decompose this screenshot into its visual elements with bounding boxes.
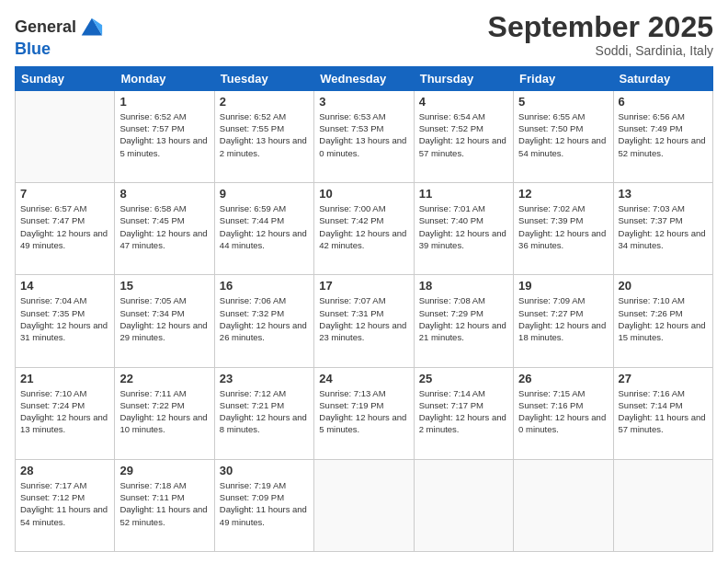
sunrise-text: Sunrise: 7:04 AM: [20, 294, 109, 306]
sunset-text: Sunset: 7:27 PM: [518, 307, 608, 319]
sunrise-text: Sunrise: 7:13 AM: [319, 387, 408, 399]
sunset-text: Sunset: 7:32 PM: [220, 307, 309, 319]
calendar-cell-2-0: 14Sunrise: 7:04 AMSunset: 7:35 PMDayligh…: [16, 275, 115, 367]
calendar-cell-2-1: 15Sunrise: 7:05 AMSunset: 7:34 PMDayligh…: [115, 275, 214, 367]
sunrise-text: Sunrise: 7:15 AM: [518, 387, 608, 399]
day-info: Sunrise: 7:02 AMSunset: 7:39 PMDaylight:…: [518, 202, 608, 251]
day-info: Sunrise: 7:09 AMSunset: 7:27 PMDaylight:…: [518, 294, 608, 343]
sunrise-text: Sunrise: 7:14 AM: [419, 387, 508, 399]
daylight-text: Daylight: 12 hours and 36 minutes.: [518, 227, 608, 252]
day-number: 15: [119, 279, 209, 293]
day-info: Sunrise: 6:52 AMSunset: 7:57 PMDaylight:…: [119, 110, 209, 159]
day-number: 30: [220, 464, 309, 477]
calendar-cell-4-0: 28Sunrise: 7:17 AMSunset: 7:12 PMDayligh…: [16, 459, 115, 551]
daylight-text: Daylight: 12 hours and 31 minutes.: [20, 319, 109, 344]
sunset-text: Sunset: 7:50 PM: [518, 122, 608, 134]
day-info: Sunrise: 7:04 AMSunset: 7:35 PMDaylight:…: [20, 294, 109, 343]
col-friday: Friday: [514, 66, 613, 90]
daylight-text: Daylight: 11 hours and 52 minutes.: [119, 503, 209, 528]
header: General Blue September 2025 Soddi, Sardi…: [15, 11, 713, 59]
sunset-text: Sunset: 7:09 PM: [220, 491, 309, 503]
sunrise-text: Sunrise: 7:11 AM: [119, 387, 209, 399]
month-title: September 2025: [488, 11, 713, 43]
sunrise-text: Sunrise: 6:52 AM: [220, 110, 309, 122]
day-number: 24: [319, 372, 408, 385]
calendar-cell-2-3: 17Sunrise: 7:07 AMSunset: 7:31 PMDayligh…: [314, 275, 414, 367]
sunrise-text: Sunrise: 6:52 AM: [119, 110, 209, 122]
daylight-text: Daylight: 12 hours and 18 minutes.: [518, 319, 608, 344]
day-number: 11: [419, 187, 508, 201]
sunrise-text: Sunrise: 6:56 AM: [619, 110, 708, 122]
daylight-text: Daylight: 12 hours and 39 minutes.: [419, 227, 508, 252]
sunrise-text: Sunrise: 7:12 AM: [220, 387, 309, 399]
daylight-text: Daylight: 12 hours and 57 minutes.: [419, 134, 508, 159]
day-info: Sunrise: 6:54 AMSunset: 7:52 PMDaylight:…: [419, 110, 508, 159]
sunset-text: Sunset: 7:24 PM: [20, 399, 109, 411]
calendar-cell-3-4: 25Sunrise: 7:14 AMSunset: 7:17 PMDayligh…: [414, 367, 513, 459]
day-info: Sunrise: 7:10 AMSunset: 7:24 PMDaylight:…: [20, 387, 109, 436]
daylight-text: Daylight: 13 hours and 5 minutes.: [119, 134, 209, 159]
sunset-text: Sunset: 7:12 PM: [20, 491, 109, 503]
sunrise-text: Sunrise: 6:53 AM: [319, 110, 408, 122]
calendar-cell-4-1: 29Sunrise: 7:18 AMSunset: 7:11 PMDayligh…: [115, 459, 214, 551]
day-info: Sunrise: 7:05 AMSunset: 7:34 PMDaylight:…: [119, 294, 209, 343]
day-info: Sunrise: 7:19 AMSunset: 7:09 PMDaylight:…: [220, 479, 309, 528]
day-number: 7: [20, 187, 109, 201]
sunrise-text: Sunrise: 7:19 AM: [220, 479, 309, 491]
calendar-cell-3-0: 21Sunrise: 7:10 AMSunset: 7:24 PMDayligh…: [16, 367, 115, 459]
sunset-text: Sunset: 7:45 PM: [119, 214, 209, 226]
day-number: 21: [20, 372, 109, 385]
sunset-text: Sunset: 7:11 PM: [119, 491, 209, 503]
daylight-text: Daylight: 12 hours and 8 minutes.: [220, 411, 309, 436]
day-info: Sunrise: 7:07 AMSunset: 7:31 PMDaylight:…: [319, 294, 408, 343]
logo: General Blue: [15, 15, 104, 59]
sunrise-text: Sunrise: 7:10 AM: [619, 294, 708, 306]
sunset-text: Sunset: 7:49 PM: [619, 122, 708, 134]
calendar-cell-3-2: 23Sunrise: 7:12 AMSunset: 7:21 PMDayligh…: [214, 367, 313, 459]
day-number: 14: [20, 279, 109, 293]
sunrise-text: Sunrise: 6:59 AM: [220, 202, 309, 214]
calendar-cell-2-5: 19Sunrise: 7:09 AMSunset: 7:27 PMDayligh…: [514, 275, 613, 367]
calendar-cell-1-0: 7Sunrise: 6:57 AMSunset: 7:47 PMDaylight…: [16, 183, 115, 275]
day-info: Sunrise: 7:14 AMSunset: 7:17 PMDaylight:…: [419, 387, 508, 436]
logo-icon: [78, 15, 104, 40]
day-info: Sunrise: 7:13 AMSunset: 7:19 PMDaylight:…: [319, 387, 408, 436]
sunset-text: Sunset: 7:55 PM: [220, 122, 309, 134]
day-number: 23: [220, 372, 309, 385]
day-info: Sunrise: 7:10 AMSunset: 7:26 PMDaylight:…: [619, 294, 708, 343]
daylight-text: Daylight: 13 hours and 0 minutes.: [319, 134, 408, 159]
day-info: Sunrise: 6:56 AMSunset: 7:49 PMDaylight:…: [619, 110, 708, 159]
day-number: 5: [518, 95, 608, 109]
calendar-cell-4-6: [613, 459, 712, 551]
day-number: 25: [419, 372, 508, 385]
daylight-text: Daylight: 12 hours and 34 minutes.: [619, 227, 708, 252]
day-info: Sunrise: 7:03 AMSunset: 7:37 PMDaylight:…: [619, 202, 708, 251]
calendar-cell-1-6: 13Sunrise: 7:03 AMSunset: 7:37 PMDayligh…: [613, 183, 712, 275]
calendar-cell-3-1: 22Sunrise: 7:11 AMSunset: 7:22 PMDayligh…: [115, 367, 214, 459]
daylight-text: Daylight: 12 hours and 2 minutes.: [419, 411, 508, 436]
daylight-text: Daylight: 11 hours and 49 minutes.: [220, 503, 309, 528]
calendar-cell-0-5: 5Sunrise: 6:55 AMSunset: 7:50 PMDaylight…: [514, 90, 613, 182]
sunrise-text: Sunrise: 7:18 AM: [119, 479, 209, 491]
day-number: 3: [319, 95, 408, 109]
calendar-cell-0-4: 4Sunrise: 6:54 AMSunset: 7:52 PMDaylight…: [414, 90, 513, 182]
day-info: Sunrise: 7:00 AMSunset: 7:42 PMDaylight:…: [319, 202, 408, 251]
sunset-text: Sunset: 7:34 PM: [119, 307, 209, 319]
sunset-text: Sunset: 7:47 PM: [20, 214, 109, 226]
sunset-text: Sunset: 7:31 PM: [319, 307, 408, 319]
calendar-cell-1-3: 10Sunrise: 7:00 AMSunset: 7:42 PMDayligh…: [314, 183, 414, 275]
calendar-week-3: 21Sunrise: 7:10 AMSunset: 7:24 PMDayligh…: [16, 367, 713, 459]
calendar-cell-4-3: [314, 459, 414, 551]
sunset-text: Sunset: 7:37 PM: [619, 214, 708, 226]
col-sunday: Sunday: [16, 66, 115, 90]
day-info: Sunrise: 7:01 AMSunset: 7:40 PMDaylight:…: [419, 202, 508, 251]
daylight-text: Daylight: 12 hours and 54 minutes.: [518, 134, 608, 159]
calendar-cell-1-2: 9Sunrise: 6:59 AMSunset: 7:44 PMDaylight…: [214, 183, 313, 275]
day-number: 18: [419, 279, 508, 293]
day-number: 8: [119, 187, 209, 201]
day-number: 26: [518, 372, 608, 385]
sunrise-text: Sunrise: 7:02 AM: [518, 202, 608, 214]
sunset-text: Sunset: 7:42 PM: [319, 214, 408, 226]
daylight-text: Daylight: 12 hours and 21 minutes.: [419, 319, 508, 344]
sunset-text: Sunset: 7:52 PM: [419, 122, 508, 134]
